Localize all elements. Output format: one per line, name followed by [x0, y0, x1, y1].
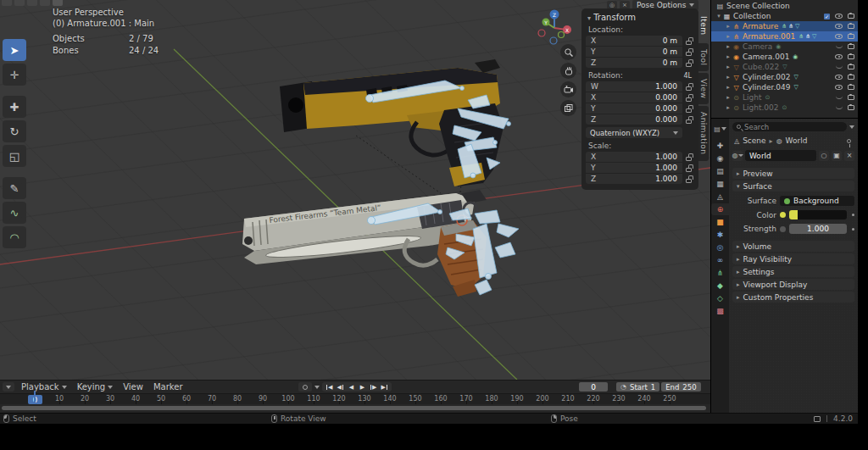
transform-location-z[interactable]: Z0 m	[586, 58, 682, 68]
lock-icon[interactable]	[686, 108, 692, 113]
chevron-expanded-icon[interactable]: ▾	[715, 13, 722, 19]
eye-closed-icon[interactable]	[836, 65, 843, 69]
eye-open-icon[interactable]	[835, 24, 843, 29]
tool-cursor[interactable]: ✛	[3, 64, 26, 86]
timeline-menu-view[interactable]: View	[120, 382, 147, 392]
camera-toggle-icon[interactable]	[848, 64, 854, 69]
object-name[interactable]: Armature.001	[743, 32, 795, 41]
transform-rotation-y[interactable]: Y0.000	[586, 103, 682, 114]
tool-tweak-select[interactable]: ➤	[3, 39, 26, 61]
properties-tab-world[interactable]: ⊕	[711, 203, 729, 215]
lock-icon[interactable]	[686, 41, 692, 45]
outliner-row-cube.022[interactable]: ▸▽Cube.022▽	[711, 62, 858, 72]
outliner-collection-row[interactable]: ▾ ▦ Collection ✓	[711, 11, 858, 21]
transform-rotation-w[interactable]: W1.000	[586, 81, 682, 92]
camera-toggle-icon[interactable]	[848, 24, 854, 29]
panel-settings[interactable]: ▸Settings	[732, 266, 854, 277]
eye-open-icon[interactable]	[835, 54, 843, 59]
outliner-row-cylinder.002[interactable]: ▸▽Cylinder.002▽	[711, 72, 858, 82]
chevron-right-icon[interactable]: ▸	[725, 84, 732, 91]
tool-annotate[interactable]: ✎	[3, 177, 26, 199]
camera-toggle-icon[interactable]	[848, 34, 854, 39]
viewport-header-cut-icons[interactable]	[2, 0, 63, 6]
timeline-menu-playback[interactable]: Playback	[18, 382, 70, 392]
jump-to-start-button[interactable]: ◀	[324, 382, 335, 392]
breadcrumb-world[interactable]: World	[786, 136, 808, 145]
properties-tab-view-layer[interactable]: ▦	[711, 178, 729, 190]
object-name[interactable]: Light.002	[743, 103, 779, 112]
timeline-ruler[interactable]: 0 10203040506070809010011012013014015016…	[0, 393, 710, 404]
rotation-lock-badge[interactable]: 4L	[683, 72, 692, 80]
outliner-row-armature[interactable]: ▸⋔Armature⋔⋔▽	[711, 21, 858, 31]
transform-location-x[interactable]: X0 m	[586, 36, 682, 46]
pan-button[interactable]	[560, 63, 576, 79]
properties-tab-bone[interactable]: ◆	[711, 280, 729, 292]
transform-scale-y[interactable]: Y1.000	[586, 163, 682, 173]
3d-viewport[interactable]: Forest Firearms “Team Metal”	[0, 0, 710, 380]
chevron-right-icon[interactable]: ▸	[725, 104, 732, 111]
timeline-menu-marker[interactable]: Marker	[150, 382, 186, 392]
npanel-tab-item[interactable]: Item	[698, 10, 709, 42]
toggle-perspective-button[interactable]	[560, 100, 576, 116]
play-button[interactable]: ▶	[357, 382, 368, 392]
panel-ray-visibility[interactable]: ▸Ray Visibility	[732, 253, 854, 264]
eye-closed-icon[interactable]	[836, 96, 843, 99]
strength-slider[interactable]: 1.000	[789, 224, 847, 234]
camera-toggle-icon[interactable]	[848, 44, 854, 49]
npanel-tab-view[interactable]: View	[698, 73, 709, 104]
frame-start-field[interactable]: ◔Start1	[616, 382, 659, 392]
new-copy-icon[interactable]: ▣	[832, 151, 842, 161]
eye-open-icon[interactable]	[835, 85, 843, 90]
camera-toggle-icon[interactable]	[848, 95, 854, 100]
chevron-right-icon[interactable]: ▸	[725, 64, 732, 70]
exclude-checkbox[interactable]: ✓	[824, 14, 830, 19]
outliner-row-camera[interactable]: ▸◉Camera◉	[711, 42, 858, 52]
eye-open-icon[interactable]	[835, 14, 843, 19]
transform-panel-header[interactable]: ▾ Transform	[587, 13, 694, 22]
chevron-right-icon[interactable]: ▸	[725, 74, 732, 81]
zoom-button[interactable]	[560, 44, 576, 60]
lock-icon[interactable]	[686, 63, 692, 67]
tool-scale[interactable]: ◱	[3, 145, 26, 167]
object-name[interactable]: Cylinder.049	[743, 83, 790, 92]
properties-tab-bone-constraints[interactable]: ◇	[711, 292, 729, 304]
eye-open-icon[interactable]	[835, 34, 843, 39]
tool-pose-breakdowner[interactable]: ∿	[3, 202, 26, 224]
surface-shader-button[interactable]: Background	[780, 196, 854, 206]
properties-tab-tool[interactable]: ✚	[711, 140, 729, 152]
play-reverse-button[interactable]: ◀	[346, 382, 357, 392]
tool-rotate[interactable]: ↻	[3, 120, 26, 142]
eye-closed-icon[interactable]	[836, 106, 843, 109]
lock-icon[interactable]	[686, 52, 692, 56]
panel-viewport-display[interactable]: ▸Viewport Display	[732, 279, 854, 290]
transform-scale-z[interactable]: Z1.000	[586, 174, 682, 184]
object-name[interactable]: Camera.001	[743, 53, 789, 61]
lock-icon[interactable]	[686, 168, 692, 172]
object-name[interactable]: Camera	[743, 42, 772, 51]
camera-view-button[interactable]	[560, 81, 576, 97]
frame-end-field[interactable]: End250	[661, 382, 700, 392]
transform-rotation-z[interactable]: Z0.000	[586, 114, 682, 125]
camera-toggle-icon[interactable]	[848, 105, 854, 110]
lock-icon[interactable]	[686, 119, 692, 124]
color-field[interactable]	[789, 210, 847, 219]
breadcrumb-scene[interactable]: Scene	[743, 136, 765, 145]
jump-to-end-button[interactable]: ▶	[379, 382, 390, 392]
camera-toggle-icon[interactable]	[848, 14, 854, 19]
outliner-row-armature.001[interactable]: ▸⋔Armature.001⋔⋔▽	[711, 31, 858, 42]
tool-pose-push[interactable]: ◠	[3, 226, 26, 248]
chevron-right-icon[interactable]: ▸	[725, 33, 732, 40]
world-name-field[interactable]: World	[745, 150, 816, 161]
outliner-row-cylinder.049[interactable]: ▸▽Cylinder.049▽	[711, 82, 858, 92]
properties-tab-texture[interactable]: ▩	[711, 305, 729, 317]
lock-icon[interactable]	[686, 86, 692, 91]
proportional-edit-icon[interactable]: ◎	[607, 1, 617, 9]
keying-dropdown-icon[interactable]	[314, 386, 320, 389]
properties-tab-object[interactable]: ■	[711, 216, 729, 228]
object-name[interactable]: Armature	[743, 22, 778, 31]
prev-keyframe-button[interactable]: ◀	[335, 382, 346, 392]
properties-tab-render[interactable]: ◉	[711, 153, 729, 164]
panel-volume[interactable]: ▸Volume	[732, 241, 854, 252]
outliner-row-light.002[interactable]: ▸⊙Light.002⊙	[711, 103, 858, 113]
panel-surface[interactable]: ▾Surface	[732, 181, 854, 192]
